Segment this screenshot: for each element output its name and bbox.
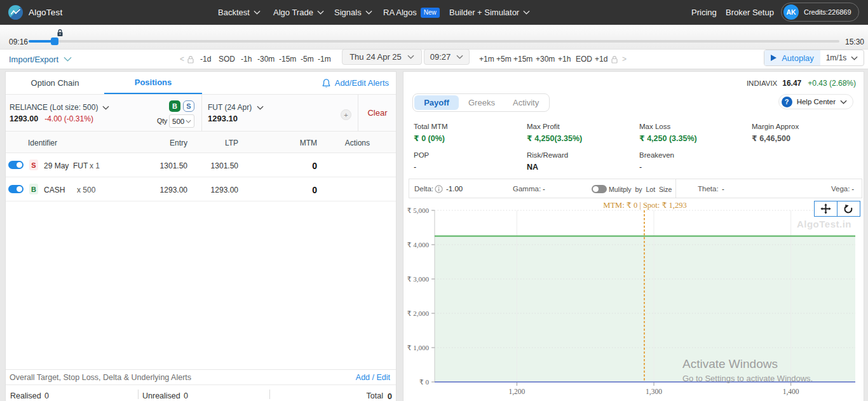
date-picker[interactable]: Thu 24 Apr 25	[342, 49, 422, 65]
tab-positions-label: Positions	[135, 78, 172, 87]
activate-windows-text: Activate Windows	[682, 357, 778, 371]
question-icon: ?	[782, 97, 792, 107]
nav-backtest[interactable]: Backtest	[218, 0, 261, 25]
position-mtm: 0	[312, 185, 317, 195]
chevron-down-icon	[456, 55, 463, 59]
unrealised-value: 0	[184, 391, 188, 400]
step-fwd-1m[interactable]: +1m	[479, 50, 494, 69]
chevron-down-icon	[317, 10, 324, 15]
buy-button[interactable]: B	[169, 100, 180, 112]
unrealised-label: Unrealised	[142, 391, 180, 400]
tab-activity[interactable]: Activity	[513, 94, 539, 111]
chart-watermark: AlgoTest.in	[797, 219, 851, 229]
speed-select[interactable]: 1m/1s	[820, 50, 864, 65]
nav-signals[interactable]: Signals	[334, 0, 372, 25]
pnl-footer: Realised 0 Unrealised 0 Total 0	[6, 385, 396, 401]
autoplay-button[interactable]: Autoplay	[764, 50, 820, 65]
overall-alerts-add-edit-link[interactable]: Add / Edit	[356, 373, 390, 382]
step-back-1d[interactable]: -1d	[200, 50, 211, 69]
nav-algo-trade[interactable]: Algo Trade	[273, 0, 324, 25]
instrument-row: RELIANCE (Lot size: 500) 1293.00-4.00 (-…	[6, 95, 396, 132]
speed-value: 1m/1s	[826, 53, 847, 62]
brand-name: AlgoTest	[29, 8, 62, 17]
realised-label: Realised	[10, 391, 41, 400]
info-icon[interactable]	[435, 185, 443, 193]
tab-greeks[interactable]: Greeks	[468, 94, 495, 111]
qty-label: Qty	[157, 117, 167, 125]
col-entry: Entry	[170, 139, 187, 147]
position-qty: x 500	[77, 186, 95, 194]
position-toggle[interactable]	[8, 161, 24, 169]
stat-label: Breakeven	[639, 151, 752, 160]
stat-label: Margin Approx	[752, 122, 865, 131]
index-quote: INDIAVIX16.47+0.43 (2.68%)	[747, 79, 856, 88]
chevron-down-icon	[365, 10, 372, 15]
step-fwd-30m[interactable]: +30m	[536, 50, 555, 69]
step-fwd-15m[interactable]: +15m	[513, 50, 532, 69]
tab-option-chain[interactable]: Option Chain	[6, 72, 104, 94]
lock-icon	[187, 55, 194, 64]
timeline-slider-handle[interactable]	[51, 37, 58, 45]
step-back-5m[interactable]: -5m	[301, 50, 314, 69]
theta-label: Theta:	[698, 185, 719, 193]
step-fwd-1d[interactable]: +1d	[595, 50, 607, 69]
jump-end-symbol[interactable]: >	[622, 50, 627, 69]
multiply-lot-size-toggle[interactable]	[592, 185, 607, 193]
positions-panel: Option Chain Positions Add/Edit Alerts R…	[5, 71, 397, 401]
instrument-select[interactable]: RELIANCE (Lot size: 500)	[10, 103, 109, 112]
stat-label: Max Profit	[527, 122, 639, 131]
position-toggle[interactable]	[8, 185, 24, 193]
gamma-label: Gamma:	[513, 185, 541, 193]
step-back-15m[interactable]: -15m	[279, 50, 296, 69]
vega-value: -	[851, 185, 854, 193]
nav-builder-simulator[interactable]: Builder + Simulator	[449, 0, 530, 25]
stat-pop: POP -	[414, 151, 527, 172]
step-back-30m[interactable]: -30m	[257, 50, 275, 69]
add-position-button[interactable]: +	[341, 109, 351, 120]
add-edit-alerts-label: Add/Edit Alerts	[335, 78, 389, 88]
activate-windows-subtext: Go to Settings to activate Windows.	[682, 374, 813, 383]
stat-total-mtm: Total MTM ₹ 0 (0%)	[414, 122, 527, 144]
nav-broker-setup[interactable]: Broker Setup	[726, 0, 774, 25]
step-back-1h[interactable]: -1h	[241, 50, 252, 69]
step-eod[interactable]: EOD	[576, 50, 592, 69]
import-export-menu[interactable]: Import/Export	[9, 50, 72, 69]
step-back-1m[interactable]: -1m	[318, 50, 331, 69]
chevron-down-icon	[851, 56, 858, 60]
x-tick-label: 1,400	[783, 388, 799, 396]
pan-button[interactable]	[814, 201, 837, 217]
refresh-icon	[843, 204, 853, 214]
clear-button[interactable]: Clear	[358, 95, 397, 131]
stat-value: ₹ 4,250 (3.35%)	[639, 133, 752, 144]
step-fwd-5m[interactable]: +5m	[496, 50, 512, 69]
tab-positions[interactable]: Positions	[104, 72, 202, 94]
sell-button[interactable]: S	[183, 100, 194, 112]
time-picker[interactable]: 09:27	[424, 49, 470, 65]
position-row: B CASH x 500 1293.00 1293.00 0	[6, 177, 396, 201]
reset-zoom-button[interactable]	[837, 201, 860, 217]
index-change: +0.43 (2.68%)	[808, 79, 856, 88]
theta-value: -	[722, 185, 724, 193]
step-fwd-1h[interactable]: +1h	[558, 50, 571, 69]
contract-select[interactable]: FUT (24 Apr)	[208, 103, 264, 112]
x-tick-label: 1,300	[646, 388, 662, 396]
help-center-menu[interactable]: ? Help Center	[778, 94, 853, 109]
nav-ra-algos[interactable]: RA Algos New	[383, 0, 440, 25]
step-sod[interactable]: SOD	[219, 50, 235, 69]
position-ltp: 1293.00	[211, 186, 238, 194]
bell-icon	[322, 78, 331, 88]
timeline-start-label: 09:16	[9, 37, 28, 46]
qty-select[interactable]: 500	[169, 114, 194, 128]
account-credits-pill[interactable]: AK Credits:226869	[781, 3, 859, 22]
chart-title: MTM: ₹ 0 | Spot: ₹ 1,293	[603, 201, 686, 210]
jump-start-symbol[interactable]: <	[180, 50, 184, 69]
timeline-slider[interactable]	[29, 40, 839, 43]
lock-icon	[57, 29, 64, 37]
tab-payoff[interactable]: Payoff	[414, 95, 459, 110]
pan-icon	[820, 203, 831, 214]
payoff-chart[interactable]: ₹ 0₹ 1,000₹ 2,000₹ 3,000₹ 4,000₹ 5,0001,…	[403, 200, 865, 401]
add-edit-alerts-link[interactable]: Add/Edit Alerts	[322, 72, 389, 94]
realised-value: 0	[44, 391, 49, 400]
nav-pricing[interactable]: Pricing	[691, 0, 717, 25]
brand[interactable]: AlgoTest	[8, 5, 62, 20]
